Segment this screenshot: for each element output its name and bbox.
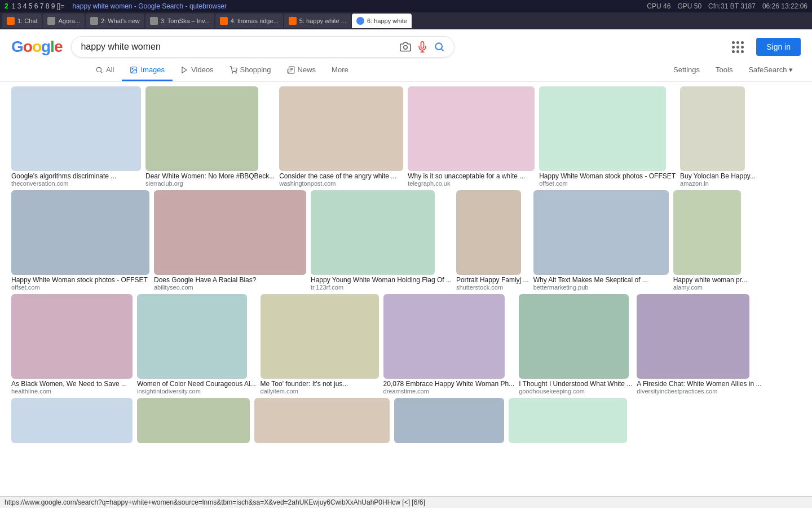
image-card-2-3[interactable]: Happy Young White Woman Holding Flag Of … [311,190,452,291]
image-thumbnail-1-3 [279,86,403,171]
image-thumbnail-2-5 [533,190,669,275]
safe-search-label: SafeSearch ▾ [748,65,793,74]
image-title-1-3: Consider the case of the angry white ... [279,172,403,180]
image-source-3-5: goodhousekeeping.com [519,388,632,395]
image-card-4-5[interactable] [509,398,627,443]
image-source-1-3: washingtonpost.com [279,180,403,187]
image-row-4 [11,398,801,443]
nav-more[interactable]: More [324,60,356,81]
voice-search-button[interactable] [417,41,428,52]
image-thumbnail-1-6 [680,86,745,171]
tab-label-3: 2: What's new [101,17,140,24]
system-taskbar: 2 1 3 4 5 6 7 8 9 []= happy white women … [0,0,812,12]
image-card-3-1[interactable]: As Black Women, We Need to Save ... heal… [11,294,133,395]
logo-o2: o [32,38,41,55]
svg-point-6 [133,68,134,69]
nav-videos[interactable]: Videos [173,60,222,81]
workspace-number[interactable]: 2 [5,2,8,10]
svg-point-8 [232,72,232,73]
nav-shopping[interactable]: Shopping [222,60,279,81]
tab-favicon-3 [90,17,98,25]
image-thumbnail-1-5 [539,86,666,171]
clock: 06:26 13:22:06 [762,2,807,10]
tab-label-1: 1: Chat [17,17,37,24]
image-thumbnail-4-3 [254,398,390,443]
nav-all[interactable]: All [87,60,122,81]
sign-in-button[interactable]: Sign in [756,38,801,56]
google-apps-button[interactable] [729,38,747,56]
image-card-3-2[interactable]: Women of Color Need Courageous Al... ins… [137,294,256,395]
image-card-2-6[interactable]: Happy white woman pr... alamy.com [673,190,747,291]
image-card-1-4[interactable]: Why is it so unacceptable for a white ..… [408,86,535,187]
logo-g2: g [41,38,50,55]
browser-tab-4[interactable]: 3: TomSka – Inv... [145,14,214,28]
camera-search-button[interactable] [400,41,411,52]
svg-marker-7 [182,67,187,73]
image-card-1-2[interactable]: Dear White Women: No More #BBQBeck... si… [145,86,275,187]
image-card-2-2[interactable]: Does Google Have A Racial Bias? abilitys… [154,190,306,291]
image-title-2-2: Does Google Have A Racial Bias? [154,276,306,284]
nav-tools-label: Tools [716,65,732,74]
svg-point-1 [436,43,443,50]
image-thumbnail-3-4 [383,294,505,379]
image-card-4-4[interactable] [394,398,504,443]
nav-images[interactable]: Images [122,60,173,81]
browser-tab-bar: 1: Chat Agora... 2: What's new 3: TomSka… [0,12,812,29]
search-navigation: All Images Videos Shopping News More Set… [0,58,812,82]
image-thumbnail-4-4 [394,398,504,443]
browser-tab-6[interactable]: 5: happy white ... [284,14,351,28]
logo-o1: o [23,38,32,55]
image-card-2-1[interactable]: Happy White Woman stock photos - OFFSET … [11,190,149,291]
image-row-1: Google's algorithms discriminate ... the… [11,86,801,187]
nav-settings[interactable]: Settings [665,60,708,81]
image-card-1-1[interactable]: Google's algorithms discriminate ... the… [11,86,141,187]
nav-shopping-label: Shopping [240,65,271,74]
image-title-3-2: Women of Color Need Courageous Al... [137,380,256,388]
nav-settings-label: Settings [673,65,700,74]
image-thumbnail-4-1 [11,398,133,443]
image-title-1-4: Why is it so unacceptable for a white ..… [408,172,535,180]
image-source-1-4: telegraph.co.uk [408,180,535,187]
image-card-4-2[interactable] [137,398,250,443]
image-card-3-6[interactable]: A Fireside Chat: White Women Allies in .… [637,294,761,395]
image-card-1-5[interactable]: Happy White Woman stock photos - OFFSET … [539,86,676,187]
tab-label-2: Agora... [58,17,80,24]
image-source-3-2: insightintodiversity.com [137,388,256,395]
logo-e: e [54,38,63,55]
image-title-1-6: Buy Yoloclan Be Happy... [680,172,756,180]
nav-news[interactable]: News [279,60,324,81]
nav-news-label: News [298,65,316,74]
logo-g: G [11,38,23,55]
browser-tab-7[interactable]: 6: happy white [352,14,412,28]
image-thumbnail-2-4 [456,190,521,275]
browser-tab-2[interactable]: Agora... [43,14,85,28]
browser-tab-5[interactable]: 4: thomas ridge... [215,14,283,28]
image-card-1-6[interactable]: Buy Yoloclan Be Happy... amazon.in [680,86,756,187]
image-card-2-5[interactable]: Why Alt Text Makes Me Skeptical of ... b… [533,190,669,291]
image-title-3-6: A Fireside Chat: White Women Allies in .… [637,380,761,388]
nav-tools[interactable]: Tools [708,60,740,81]
image-thumbnail-2-1 [11,190,149,275]
image-card-2-4[interactable]: Portrait Happy Famiyj ... shutterstock.c… [456,190,529,291]
nav-videos-label: Videos [191,65,214,74]
search-button[interactable] [434,41,445,52]
workspace-indicator: 2 [5,2,8,10]
browser-tab-3[interactable]: 2: What's new [86,14,144,28]
image-source-2-6: alamy.com [673,284,747,291]
image-source-2-4: shutterstock.com [456,284,529,291]
image-source-2-5: bettermarketing.pub [533,284,669,291]
nav-more-label: More [332,65,348,74]
image-card-4-1[interactable] [11,398,133,443]
image-card-4-3[interactable] [254,398,390,443]
browser-tab-1[interactable]: 1: Chat [2,14,42,28]
image-thumbnail-2-3 [311,190,435,275]
search-input[interactable] [81,42,394,52]
safe-search[interactable]: SafeSearch ▾ [740,60,801,81]
image-card-3-5[interactable]: I Thought I Understood What White ... go… [519,294,632,395]
image-source-1-6: amazon.in [680,180,756,187]
image-card-1-3[interactable]: Consider the case of the angry white ...… [279,86,403,187]
tab-favicon-6 [289,17,297,25]
image-card-3-3[interactable]: Me Too' founder: It's not jus... dailyit… [261,294,379,395]
workspace-others: 1 3 4 5 6 7 8 9 []= [12,2,65,10]
image-card-3-4[interactable]: 20,078 Embrace Happy White Woman Ph... d… [383,294,515,395]
